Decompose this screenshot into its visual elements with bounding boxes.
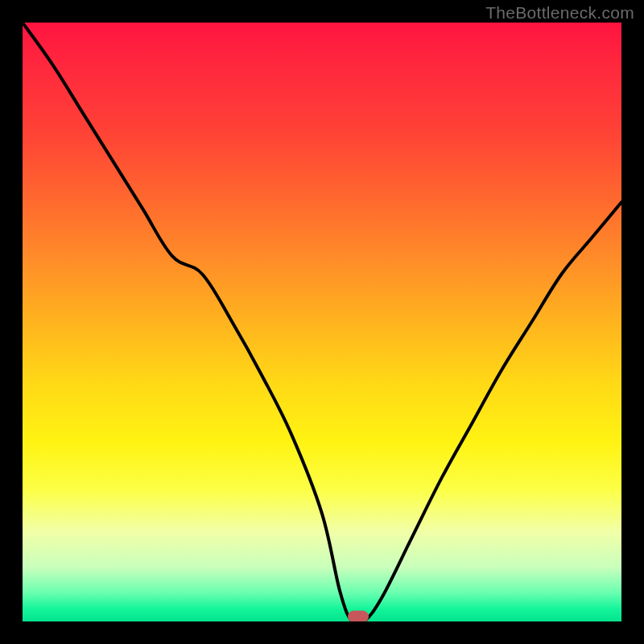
chart-frame: TheBottleneck.com (0, 0, 644, 644)
optimal-marker (348, 611, 369, 622)
watermark-text: TheBottleneck.com (485, 3, 634, 23)
bottleneck-curve (23, 23, 621, 621)
plot-area (23, 23, 621, 621)
